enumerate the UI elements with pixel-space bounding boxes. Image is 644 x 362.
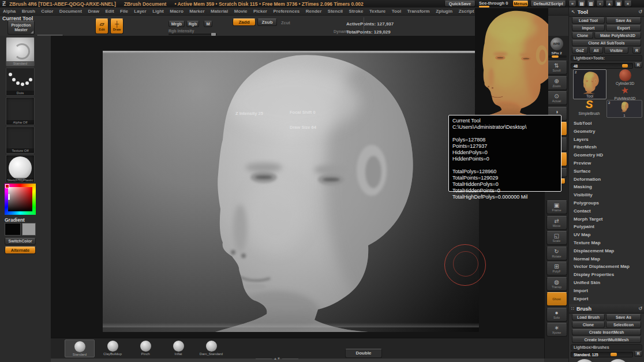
section-item[interactable]: Display Properties [570,271,643,279]
polyframe-button[interactable]: ⊞ PolyF [546,262,567,275]
export-button[interactable]: Export [606,25,641,31]
current-material-thumbnail[interactable]: SketchToyPlastic [6,155,35,183]
sculpt-head-model[interactable] [103,51,479,332]
brush-clone-button[interactable]: Clone [572,322,605,328]
solo-button[interactable]: ● Solo [546,308,567,322]
section-item[interactable]: Deformation [570,176,643,184]
thumbnail-size-nub[interactable] [622,64,628,68]
menu-item[interactable]: Picker [253,9,267,14]
menu-item[interactable]: Color [41,9,53,14]
menu-item[interactable]: Render [306,9,322,14]
brush-tray-item[interactable]: Standard [65,339,95,357]
ghost-button[interactable]: Ghost [546,292,567,306]
section-item[interactable]: Vector Displacement Map [570,263,643,271]
brush-standard-slider[interactable]: Standard. 125 [571,352,633,357]
import-button[interactable]: Import [572,25,605,31]
zsub-button[interactable]: Zsub [257,18,277,26]
current-texture-thumbnail[interactable]: Texture Off [6,126,35,154]
edit-button[interactable]: ▱ Edit [95,18,108,34]
menu-item[interactable]: Texture [369,9,385,14]
current-alpha-thumbnail[interactable]: Alpha Off [6,97,35,125]
zadd-button[interactable]: Zadd [233,18,256,26]
simplebrush-tool[interactable]: S SimpleBrush [573,99,605,118]
section-item[interactable]: Surface [570,167,643,176]
menu-item[interactable]: Alpha [3,9,16,14]
cylinder3d-tool[interactable]: Cylinder3D [608,69,642,84]
m-button[interactable]: M [204,21,212,27]
brush-standard-nub[interactable] [611,353,617,356]
menu-item[interactable]: Zscript [459,9,474,14]
actual-button[interactable]: ⊙ Actual [546,91,567,105]
brush-save-as-button[interactable]: Save As [606,314,641,320]
menu-item[interactable]: Transform [407,9,430,14]
frame-button[interactable]: ▣ Frame [546,200,567,214]
panel-refresh-icon[interactable]: ↺ [638,306,642,311]
section-item[interactable]: Morph Target [570,215,643,223]
menu-item[interactable]: Zplugin [436,9,452,14]
goz-visible-button[interactable]: Visible [604,47,628,54]
brush-tray-item[interactable]: Dam_Standard [196,339,226,357]
brush-tray-item[interactable]: Pinch [130,339,160,357]
brush-tray-item[interactable]: Inflat [163,339,193,357]
projection-master-button[interactable]: Projection Master [8,21,35,35]
menu-item[interactable]: Preferences [273,9,299,14]
scale-camera-button[interactable]: ◱ Scale [546,231,567,245]
default-zscript-button[interactable]: DefaultZScript [530,1,566,7]
spix-slider[interactable]: SPix 2 [545,51,568,59]
load-tool-button[interactable]: Load Tool [572,17,605,24]
load-brush-button[interactable]: Load Brush [572,314,605,320]
goz-r-button[interactable]: R [632,47,641,54]
rotate-camera-button[interactable]: ↻ Rotate [546,247,567,260]
quicksave-button[interactable]: QuickSave [444,1,475,7]
bpr-button[interactable]: BPR [546,37,567,51]
secondary-color-swatch[interactable] [22,223,36,236]
brush-r-button[interactable]: R [634,351,642,357]
menu-item[interactable]: Draw [88,9,99,14]
save-as-button[interactable]: Save As [606,17,641,24]
menu-item[interactable]: Edit [105,9,114,14]
clone-all-subtools-button[interactable]: Clone All SubTools [572,40,641,46]
switch-color-button[interactable]: SwitchColor [5,238,36,245]
make-polymesh3d-button[interactable]: Make PolyMesh3D [594,32,641,39]
create-insertmultimesh-button[interactable]: Create InsertMultiMesh [572,337,641,343]
rgb-intensity-slider[interactable] [169,33,217,35]
gradient-label[interactable]: Gradient [5,217,25,223]
section-item[interactable]: Displacement Map [570,247,643,255]
panel-left-icon[interactable]: ▤ [578,1,586,7]
panel-refresh-icon[interactable]: ↺ [638,9,642,14]
double-button[interactable]: Double [345,349,382,358]
section-item[interactable]: Normal Map [570,255,643,263]
move-camera-button[interactable]: ⇄ Move [546,216,567,230]
section-item[interactable]: Masking [570,183,643,191]
color-picker-marker[interactable] [5,184,9,188]
tool-panel-header[interactable]: ↖ Tool ↺ [569,8,644,17]
scroll-button[interactable]: ⇅ Scroll [546,61,567,74]
goz-button[interactable]: GoZ [572,47,588,54]
mrgb-button[interactable]: Mrgb [169,21,185,27]
brush-preview-thumbnail[interactable] [574,359,596,362]
select-icon-button[interactable]: SelectIcon [606,322,641,328]
menu-item[interactable]: File [120,9,128,14]
thumb-r-button[interactable]: R [634,62,642,68]
zcut-button[interactable]: Zcut [281,20,290,25]
section-item[interactable]: Geometry [570,128,643,136]
restore-icon[interactable]: ▣ [615,1,623,7]
section-item[interactable]: SubTool [570,120,643,128]
menu-item[interactable]: Material [211,9,228,14]
section-item[interactable]: Unified Skin [570,279,643,287]
panel-back-icon[interactable]: ↖ [571,9,575,14]
xpose-button[interactable]: ∗ Xpose [546,323,567,337]
menu-item[interactable]: Stroke [349,9,364,14]
panel-right-icon[interactable]: ▥ [587,1,595,7]
section-item[interactable]: Texture Map [570,239,643,247]
rgb-button[interactable]: Rgb [186,21,199,27]
section-item[interactable]: UV Map [570,231,643,239]
section-item[interactable]: FiberMesh [570,143,643,151]
menu-item[interactable]: Stencil [328,9,343,14]
section-item[interactable]: Preview [570,159,643,167]
menu-item[interactable]: Document [59,9,82,14]
recent-tool-thumbnail[interactable]: 2 1 [606,100,642,118]
lightbox-brushes-button[interactable]: Lightbox>Brushes [571,344,642,350]
zoom3d-button[interactable]: ⊕ Zoom [546,76,567,90]
section-item[interactable]: Visibility [570,191,643,199]
